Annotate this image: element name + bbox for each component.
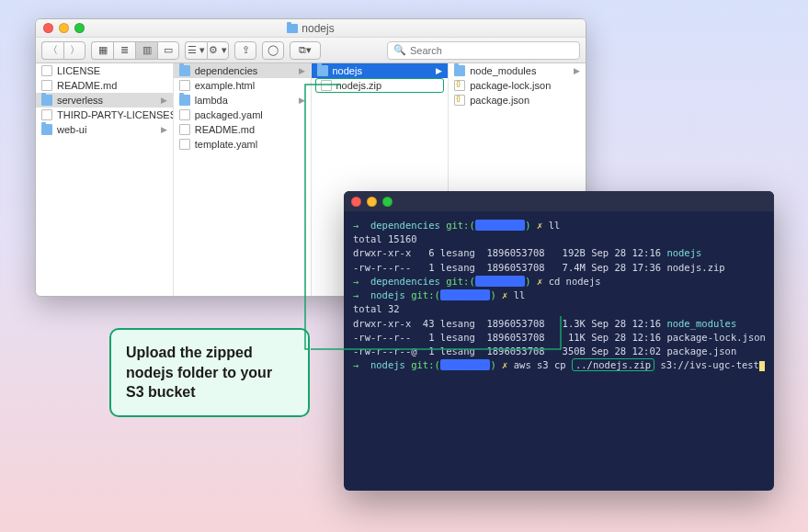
terminal-line: drwxr-xr-x 6 lesang 1896053708 192B Sep … [353, 246, 765, 260]
forward-button[interactable]: 〉 [63, 41, 85, 60]
callout-box: Upload the zipped nodejs folder to your … [109, 328, 310, 417]
minimize-icon[interactable] [59, 23, 69, 33]
chevron-right-icon: ▶ [161, 125, 167, 134]
finder-item[interactable]: example.html [174, 78, 311, 93]
finder-item-label: lambda [195, 95, 228, 106]
finder-item-label: README.md [57, 80, 117, 91]
finder-item-label: nodejs [333, 65, 362, 76]
finder-item[interactable]: README.md [36, 78, 173, 93]
file-icon [179, 109, 190, 120]
nav-buttons: 〈 〉 [41, 41, 85, 60]
back-button[interactable]: 〈 [41, 41, 63, 60]
terminal-line: → dependencies git:(xxxxxxxx) ✗ ll [353, 219, 765, 232]
close-icon[interactable] [351, 197, 361, 207]
chevron-right-icon: ▶ [436, 66, 442, 75]
file-icon [321, 80, 332, 91]
pkg-icon [454, 80, 465, 91]
terminal-window: → dependencies git:(xxxxxxxx) ✗ lltotal … [344, 191, 774, 491]
view-gallery-button[interactable]: ▭ [157, 41, 179, 60]
file-icon [179, 80, 190, 91]
search-icon: 🔍 [393, 44, 406, 56]
chevron-right-icon: ▶ [299, 66, 305, 75]
zoom-icon[interactable] [74, 23, 85, 33]
view-list-button[interactable]: ≣ [113, 41, 135, 60]
finder-item[interactable]: packaged.yaml [174, 108, 311, 122]
finder-item[interactable]: LICENSE [36, 63, 173, 78]
terminal-line: -rw-r--r-- 1 lesang 1896053708 7.4M Sep … [353, 261, 765, 275]
finder-column[interactable]: LICENSEREADME.mdserverless▶THIRD-PARTY-L… [36, 63, 174, 296]
terminal-line: total 15160 [353, 232, 765, 246]
close-icon[interactable] [43, 23, 53, 33]
chevron-right-icon: ▶ [161, 96, 167, 105]
cursor-icon [759, 361, 765, 371]
window-title: nodejs [36, 22, 586, 35]
terminal-body[interactable]: → dependencies git:(xxxxxxxx) ✗ lltotal … [344, 211, 774, 491]
terminal-line: -rw-r--r-- 1 lesang 1896053708 11K Sep 2… [353, 331, 765, 345]
finder-item-label: example.html [195, 80, 255, 91]
finder-item[interactable]: package.json [449, 93, 586, 108]
finder-item-label: dependencies [195, 65, 258, 76]
finder-item[interactable]: README.md [174, 122, 311, 137]
search-input[interactable] [410, 45, 574, 56]
finder-item[interactable]: dependencies▶ [174, 63, 311, 78]
fold-icon [454, 65, 465, 76]
fold-icon [179, 95, 190, 106]
file-icon [179, 139, 190, 150]
folder-icon [287, 24, 298, 33]
fold-icon [317, 65, 328, 76]
chevron-right-icon: ▶ [574, 66, 580, 75]
finder-item[interactable]: THIRD-PARTY-LICENSES.txt [36, 108, 173, 122]
finder-item-label: README.md [195, 124, 255, 135]
terminal-line: total 32 [353, 302, 765, 316]
fold-icon [179, 65, 190, 76]
minimize-icon[interactable] [367, 197, 377, 207]
finder-item-label: THIRD-PARTY-LICENSES.txt [57, 109, 174, 120]
finder-item-label: template.yaml [195, 139, 257, 150]
arrange-button[interactable]: ☰ ▾ [185, 41, 207, 60]
finder-item-label: nodejs.zip [336, 80, 382, 91]
finder-item[interactable]: lambda▶ [174, 93, 311, 108]
view-buttons: ▦ ≣ ▥ ▭ [91, 41, 179, 60]
finder-item[interactable]: serverless▶ [36, 93, 173, 108]
file-icon [41, 65, 52, 76]
finder-item-label: packaged.yaml [195, 109, 263, 120]
finder-item[interactable]: package-lock.json [449, 78, 586, 93]
finder-toolbar: 〈 〉 ▦ ≣ ▥ ▭ ☰ ▾ ⚙ ▾ ⇪ ◯ ⧉ ▾ 🔍 [36, 38, 586, 63]
finder-item-label: package-lock.json [470, 80, 551, 91]
finder-column[interactable]: dependencies▶example.htmllambda▶packaged… [174, 63, 312, 296]
fold-icon [41, 124, 52, 135]
finder-item[interactable]: node_modules▶ [449, 63, 586, 78]
terminal-line: → nodejs git:(xxxxxxxx) ✗ aws s3 cp ../n… [353, 358, 765, 372]
view-column-button[interactable]: ▥ [135, 41, 157, 60]
terminal-titlebar [344, 191, 774, 211]
finder-item-label: LICENSE [57, 65, 100, 76]
terminal-line: -rw-r--r--@ 1 lesang 1896053708 350B Sep… [353, 345, 765, 358]
pkg-icon [454, 95, 465, 106]
zoom-icon[interactable] [382, 197, 393, 207]
tags-button[interactable]: ◯ [262, 41, 284, 60]
file-icon [41, 80, 52, 91]
callout-text: Upload the zipped nodejs folder to your … [126, 345, 272, 400]
fold-icon [41, 95, 52, 106]
action-button[interactable]: ⚙ ▾ [207, 41, 229, 60]
finder-item[interactable]: nodejs.zip [315, 78, 445, 93]
file-icon [179, 124, 190, 135]
finder-item[interactable]: web-ui▶ [36, 122, 173, 137]
finder-item-label: web-ui [57, 124, 86, 135]
dropbox-icon: ⧉ [299, 44, 306, 56]
finder-item-label: node_modules [470, 65, 536, 76]
finder-item[interactable]: nodejs▶ [312, 63, 449, 78]
title-text: nodejs [302, 22, 334, 35]
terminal-line: drwxr-xr-x 43 lesang 1896053708 1.3K Sep… [353, 317, 765, 331]
share-button[interactable]: ⇪ [234, 41, 256, 60]
dropbox-button[interactable]: ⧉ ▾ [290, 41, 321, 60]
chevron-right-icon: ▶ [299, 96, 305, 105]
command-highlight: ../nodejs.zip [572, 358, 654, 371]
finder-item[interactable]: template.yaml [174, 137, 311, 152]
finder-item-label: serverless [57, 95, 103, 106]
terminal-line: → dependencies git:(xxxxxxxx) ✗ cd nodej… [353, 275, 765, 289]
view-icon-button[interactable]: ▦ [91, 41, 113, 60]
file-icon [41, 109, 52, 120]
finder-item-label: package.json [470, 95, 529, 106]
search-field[interactable]: 🔍 [387, 41, 580, 60]
